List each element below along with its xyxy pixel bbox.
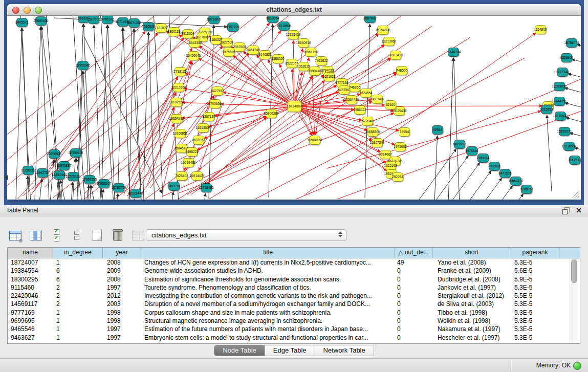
column-header-in_degree[interactable]: in_degree	[53, 248, 103, 258]
network-canvas[interactable]: 1872400771638228860128891295423226058982…	[7, 16, 581, 200]
graph-node[interactable]: 16782759	[112, 184, 126, 193]
select-columns-icon[interactable]	[49, 228, 63, 243]
graph-node[interactable]: 1990448	[308, 67, 321, 77]
graph-node[interactable]: 16154808	[376, 26, 390, 36]
table-selector-dropdown[interactable]: citations_edges.txt	[146, 229, 346, 241]
graph-node[interactable]: 10654122	[509, 177, 524, 187]
graph-node[interactable]: 10688809	[365, 128, 380, 138]
graph-node[interactable]: 1588520	[271, 55, 285, 64]
graph-node[interactable]: 10975887	[57, 162, 72, 171]
table-settings-icon[interactable]: ⚙	[8, 228, 23, 243]
graph-node[interactable]: 8215953	[540, 105, 553, 115]
graph-node[interactable]: 12213364	[171, 83, 186, 93]
graph-node[interactable]: 1975692	[394, 143, 407, 152]
graph-node[interactable]: 16099489	[181, 159, 196, 168]
graph-node[interactable]: 2718126	[173, 68, 187, 77]
table-row[interactable]: 1938455462009Genome-wide association stu…	[8, 267, 580, 275]
new-table-icon[interactable]	[90, 228, 104, 243]
table-row[interactable]: 911546021997Tourette syndrome. Phenomeno…	[8, 283, 580, 292]
graph-node[interactable]: 15716485	[199, 184, 214, 193]
graph-node[interactable]: 8813054	[266, 16, 279, 24]
graph-node[interactable]: 11451944	[52, 171, 67, 181]
graph-node[interactable]: 19654982	[169, 115, 184, 124]
graph-node[interactable]: 748500	[396, 67, 408, 76]
delete-table-icon[interactable]	[131, 228, 145, 243]
graph-node[interactable]: 7357229	[226, 23, 239, 33]
row-height-icon[interactable]	[70, 228, 84, 243]
graph-node[interactable]: 18640910	[296, 39, 311, 49]
graph-node[interactable]: 10807487	[370, 95, 385, 105]
graph-node[interactable]: 9875685	[222, 48, 235, 58]
table-row[interactable]: 946362711997Embryonic stem cells: a mode…	[8, 334, 580, 342]
network-window[interactable]: citations_edges.txt 18724007716382288601…	[7, 4, 581, 200]
graph-node[interactable]: 10973493	[388, 51, 403, 61]
column-chooser-icon[interactable]	[29, 228, 43, 243]
graph-node[interactable]: 12323448	[128, 189, 143, 199]
graph-hub-node[interactable]: 18724007	[287, 101, 302, 113]
graph-node[interactable]: 9498222	[185, 148, 199, 158]
column-header-title[interactable]: title	[141, 248, 395, 258]
graph-node[interactable]: 16648784	[446, 48, 461, 58]
graph-node[interactable]: 17016504	[562, 142, 577, 152]
graph-node[interactable]: 16543382	[187, 39, 202, 49]
graph-node[interactable]: 8522057	[285, 59, 298, 69]
float-panel-icon[interactable]	[562, 207, 570, 214]
graph-node[interactable]: 252254	[392, 173, 404, 183]
graph-node[interactable]: 8267130	[202, 113, 215, 122]
table-scrollbar[interactable]	[570, 258, 578, 343]
graph-node[interactable]: 11942737	[35, 169, 50, 179]
graph-node[interactable]: 16671358	[127, 19, 142, 29]
graph-node[interactable]: 9227343	[556, 68, 569, 78]
column-header-year[interactable]: year	[103, 248, 141, 258]
graph-node[interactable]: 9245052	[520, 185, 533, 195]
graph-node[interactable]: 6466162	[101, 16, 114, 25]
graph-node[interactable]: 7986322	[353, 106, 366, 116]
graph-node[interactable]: 13505123	[66, 172, 81, 182]
graph-node[interactable]: 7955822	[315, 57, 328, 67]
column-header-pagerank[interactable]: pagerank	[511, 248, 559, 258]
graph-node[interactable]: 8454749	[247, 46, 260, 56]
graph-node[interactable]: 16807249	[370, 139, 385, 148]
table-row[interactable]: 2242004622012Investigating the contribut…	[8, 292, 580, 300]
tab-edge-table[interactable]: Edge Table	[265, 345, 315, 356]
graph-node[interactable]: 20206536	[47, 150, 62, 160]
graph-node[interactable]: 2935114	[477, 154, 490, 164]
graph-node[interactable]: 16353534	[196, 124, 211, 134]
canvas-resize-grip[interactable]	[572, 191, 579, 198]
graph-node[interactable]: 8912954	[181, 30, 194, 39]
column-header-short[interactable]: short	[432, 248, 511, 258]
graph-node[interactable]: 16210643	[553, 112, 568, 122]
graph-node[interactable]: 20364486	[344, 96, 359, 105]
graph-node[interactable]: 16914479	[190, 172, 205, 182]
graph-node[interactable]: 7515526	[142, 23, 155, 32]
network-window-titlebar[interactable]: citations_edges.txt	[7, 4, 581, 16]
graph-node[interactable]: 7163822	[155, 24, 168, 34]
table-row[interactable]: 1456911722003Disruption of a novel membe…	[8, 300, 580, 308]
graph-node[interactable]: 17957255	[82, 176, 97, 185]
graph-node[interactable]: 8427552	[211, 87, 224, 97]
graph-node[interactable]: 23420046	[186, 52, 201, 61]
graph-node[interactable]: 9827508	[220, 38, 233, 48]
column-header-name[interactable]: name	[8, 248, 53, 258]
table-row[interactable]: 977716911998Corpus callosum shape and si…	[8, 309, 580, 317]
graph-node[interactable]: 9474444	[465, 147, 478, 157]
graph-node[interactable]: 19654	[399, 128, 411, 138]
delete-icon[interactable]	[111, 228, 125, 243]
graph-node[interactable]: 7632621	[488, 162, 501, 172]
graph-node[interactable]: 15692971	[557, 127, 572, 137]
tab-network-table[interactable]: Network Table	[315, 345, 374, 356]
graph-node[interactable]: 11156813	[21, 166, 35, 176]
close-panel-icon[interactable]: ✕	[576, 206, 582, 215]
table-row[interactable]: 1872400712008Changes of HCN gene express…	[8, 258, 580, 267]
graph-node[interactable]: 21953346	[76, 61, 91, 71]
graph-node[interactable]: 27691406	[34, 17, 49, 27]
graph-node[interactable]: 40954	[432, 126, 444, 136]
graph-node[interactable]: 9329966	[560, 54, 573, 63]
table-row[interactable]: 946554611997Estimation of the future num…	[8, 325, 580, 333]
tab-node-table[interactable]: Node Table	[214, 345, 265, 356]
graph-node[interactable]: 1167533	[569, 156, 581, 166]
graph-node[interactable]: 8678352	[192, 136, 205, 146]
graph-node[interactable]: 19218506	[277, 22, 292, 32]
graph-node[interactable]: 1700656	[208, 100, 222, 110]
panel-splitter-arrow[interactable]	[5, 175, 8, 180]
